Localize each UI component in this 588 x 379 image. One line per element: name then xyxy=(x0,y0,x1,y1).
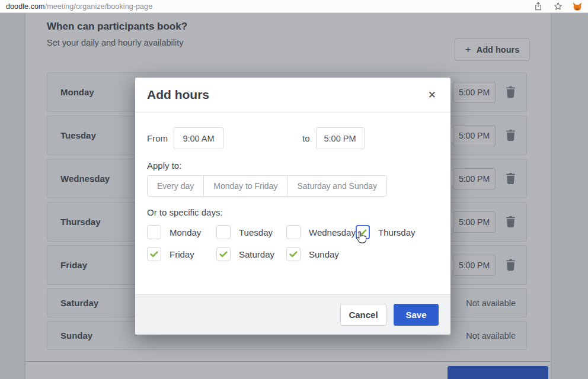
add-hours-modal: Add hours ✕ From to Apply to: Every day … xyxy=(135,78,450,335)
checkbox-label: Friday xyxy=(170,249,194,259)
checkbox-sunday[interactable] xyxy=(286,247,301,261)
day-checkbox-grid: Monday Tuesday Wednesday xyxy=(147,225,439,261)
from-label: From xyxy=(147,133,168,143)
url-path: /meeting/organize/booking-page xyxy=(45,2,153,11)
checkbox-monday[interactable] xyxy=(147,225,161,239)
share-icon[interactable] xyxy=(533,2,543,11)
cancel-button[interactable]: Cancel xyxy=(340,304,386,326)
checkbox-label: Tuesday xyxy=(239,227,273,237)
metamask-icon[interactable] xyxy=(573,2,582,11)
specific-days-label: Or to specific days: xyxy=(147,207,439,217)
url-text[interactable]: doodle.com/meeting/organize/booking-page xyxy=(6,2,152,11)
checkbox-label: Monday xyxy=(170,227,201,237)
day-option-sunday: Sunday xyxy=(286,247,356,261)
day-option-wednesday: Wednesday xyxy=(286,225,356,239)
close-icon[interactable]: ✕ xyxy=(426,88,439,102)
preset-every-day[interactable]: Every day xyxy=(148,176,203,196)
save-button[interactable]: Save xyxy=(394,304,439,326)
checkbox-friday[interactable] xyxy=(147,247,161,261)
to-label: to xyxy=(302,133,310,143)
modal-title: Add hours xyxy=(147,88,209,102)
apply-to-label: Apply to: xyxy=(147,160,439,171)
checkbox-label: Sunday xyxy=(309,249,339,259)
star-icon[interactable] xyxy=(553,2,563,11)
preset-button-group: Every day Monday to Friday Saturday and … xyxy=(147,175,387,197)
checkbox-label: Saturday xyxy=(239,249,274,259)
day-option-thursday: Thursday xyxy=(356,225,439,239)
url-host: doodle.com xyxy=(6,2,45,11)
day-option-saturday: Saturday xyxy=(216,247,286,261)
from-time-input[interactable] xyxy=(174,127,223,149)
day-option-tuesday: Tuesday xyxy=(216,225,286,239)
day-option-monday: Monday xyxy=(147,225,216,239)
checkbox-label: Wednesday xyxy=(309,227,356,237)
day-option-friday: Friday xyxy=(147,247,216,261)
checkbox-tuesday[interactable] xyxy=(216,225,231,239)
preset-monday-to-friday[interactable]: Monday to Friday xyxy=(203,176,287,196)
checkbox-label: Thursday xyxy=(378,227,416,237)
to-time-input[interactable] xyxy=(316,127,365,149)
browser-address-bar: doodle.com/meeting/organize/booking-page xyxy=(0,0,588,13)
preset-saturday-and-sunday[interactable]: Saturday and Sunday xyxy=(287,176,386,196)
checkbox-thursday[interactable] xyxy=(356,225,370,239)
checkbox-wednesday[interactable] xyxy=(286,225,301,239)
checkbox-saturday[interactable] xyxy=(216,247,231,261)
